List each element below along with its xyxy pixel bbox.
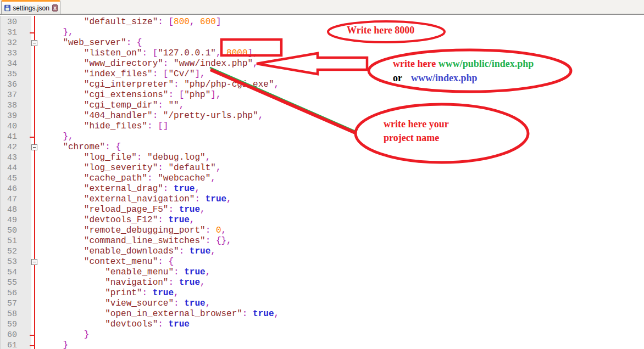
code-line-41: }, <box>42 132 644 142</box>
code-line-40: "hide_files": [] <box>42 121 644 132</box>
code-line-53: "context_menu": { <box>42 257 644 267</box>
code-line-58: "open_in_external_browser": true, <box>42 309 644 319</box>
code-line-38: "cgi_temp_dir": "", <box>42 100 644 111</box>
code-line-46: "external_drag": true, <box>42 184 644 194</box>
code-line-50: "remote_debugging_port": 0, <box>42 226 644 236</box>
code-line-47: "external_navigation": true, <box>42 194 644 205</box>
code-line-51: "command_line_switches": {}, <box>42 236 644 246</box>
code-line-48: "reload_page_F5": true, <box>42 205 644 215</box>
code-line-31: }, <box>42 27 644 38</box>
tab-bar: settings.json x <box>0 0 644 15</box>
code-line-30: "default_size": [800, 600] <box>42 17 644 27</box>
code-line-32: "web_server": { <box>42 38 644 48</box>
code-line-59: "devtools": true <box>42 319 644 330</box>
code-line-60: } <box>42 330 644 340</box>
tab-close-icon[interactable]: x <box>52 4 58 12</box>
code-line-33: "listen_on": ["127.0.0.1", 8000], <box>42 48 644 59</box>
code-area[interactable]: "default_size": [800, 600] }, "web_serve… <box>1 16 644 349</box>
code-line-43: "log_file": "debug.log", <box>42 153 644 163</box>
code-line-36: "cgi_interpreter": "php/php-cgi.exe", <box>42 80 644 90</box>
tab-settings-json[interactable]: settings.json x <box>1 0 60 14</box>
floppy-disk-icon <box>4 4 10 12</box>
editor: 3031323334353637383940414243444546474849… <box>0 16 644 349</box>
code-line-61: } <box>42 340 644 349</box>
code-line-42: "chrome": { <box>42 142 644 153</box>
code-line-45: "cache_path": "webcache", <box>42 173 644 184</box>
code-line-52: "enable_downloads": true, <box>42 246 644 257</box>
code-line-56: "print": true, <box>42 288 644 299</box>
code-line-49: "devtools_F12": true, <box>42 215 644 226</box>
code-line-44: "log_severity": "default", <box>42 163 644 173</box>
code-line-34: "www_directory": "www/index.php", <box>42 59 644 69</box>
code-line-35: "index_files": ["Cv/"], <box>42 69 644 80</box>
code-line-37: "cgi_extensions": ["php"], <box>42 90 644 100</box>
code-line-39: "404_handler": "/pretty-urls.php", <box>42 111 644 121</box>
tab-title: settings.json <box>13 4 49 12</box>
code-line-55: "navigation": true, <box>42 278 644 288</box>
code-line-54: "enable_menu": true, <box>42 267 644 278</box>
code-line-57: "view_source": true, <box>42 299 644 309</box>
